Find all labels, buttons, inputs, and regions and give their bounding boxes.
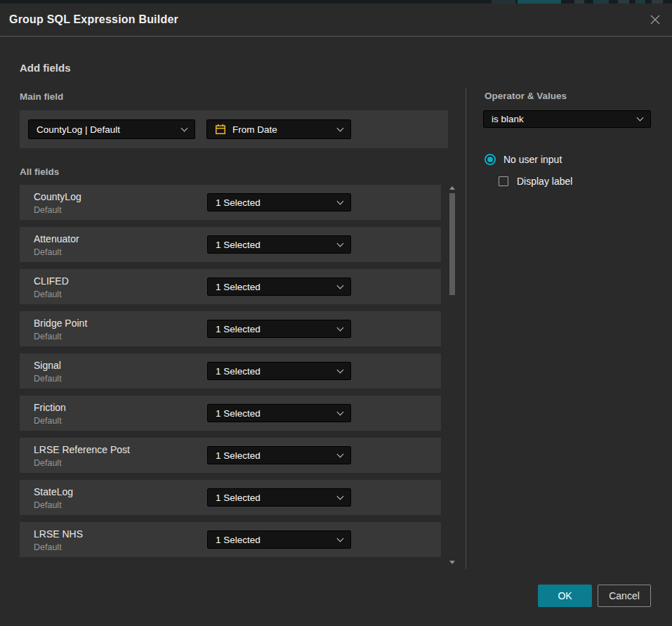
main-field-field-dropdown[interactable]: From Date — [206, 119, 351, 139]
field-name: CLIFED — [34, 275, 69, 287]
chevron-down-icon — [337, 535, 344, 542]
field-list-item-friction[interactable]: Friction Default 1 Selected — [20, 396, 441, 431]
field-name: Signal — [34, 360, 61, 371]
selected-count-label: 1 Selected — [216, 240, 261, 250]
field-subtitle: Default — [34, 332, 62, 341]
field-selected-dropdown[interactable]: 1 Selected — [207, 530, 351, 549]
field-list-item-clifed[interactable]: CLIFED Default 1 Selected — [20, 269, 441, 304]
field-list-item-lrse-nhs[interactable]: LRSE NHS Default 1 Selected — [20, 522, 441, 557]
chevron-down-icon — [181, 124, 188, 131]
checkbox-unchecked-icon — [499, 176, 508, 186]
field-subtitle: Default — [34, 247, 62, 257]
field-list-item-statelog[interactable]: StateLog Default 1 Selected — [20, 480, 441, 515]
field-selected-dropdown[interactable]: 1 Selected — [207, 278, 351, 296]
field-name: Attenuator — [34, 233, 79, 244]
dialog-header: Group SQL Expression Builder — [0, 4, 672, 37]
field-subtitle: Default — [34, 542, 62, 552]
chevron-down-icon — [337, 450, 344, 457]
selected-count-label: 1 Selected — [216, 366, 261, 377]
field-list-item-attenuator[interactable]: Attenuator Default 1 Selected — [20, 227, 441, 262]
dialog-title: Group SQL Expression Builder — [0, 13, 178, 26]
chevron-down-icon — [337, 493, 344, 500]
x-icon — [650, 14, 661, 25]
selected-count-label: 1 Selected — [216, 324, 261, 334]
field-selected-dropdown[interactable]: 1 Selected — [207, 362, 351, 380]
chevron-down-icon — [637, 115, 644, 122]
scrollbar-thumb[interactable] — [449, 193, 455, 295]
scroll-down-icon[interactable] — [449, 561, 455, 564]
operator-values-label: Operator & Values — [485, 91, 567, 101]
field-subtitle: Default — [34, 458, 62, 468]
list-scrollbar[interactable] — [449, 185, 456, 566]
field-name: LRSE Reference Post — [34, 444, 130, 455]
source-dropdown-value: CountyLog | Default — [37, 124, 120, 135]
chevron-down-icon — [337, 282, 344, 289]
chevron-down-icon — [337, 124, 344, 131]
field-list-item-countylog[interactable]: CountyLog Default 1 Selected — [20, 185, 441, 220]
field-subtitle: Default — [34, 205, 62, 215]
field-list-item-lrse-reference-post[interactable]: LRSE Reference Post Default 1 Selected — [20, 438, 441, 473]
field-name: LRSE NHS — [34, 528, 83, 540]
field-selected-dropdown[interactable]: 1 Selected — [207, 320, 351, 338]
main-field-source-dropdown[interactable]: CountyLog | Default — [28, 119, 195, 139]
no-user-input-radio[interactable]: No user input — [485, 154, 562, 165]
field-selected-dropdown[interactable]: 1 Selected — [207, 235, 351, 254]
selected-count-label: 1 Selected — [216, 493, 261, 503]
main-field-label: Main field — [20, 91, 63, 102]
panel-divider — [466, 88, 466, 569]
selected-count-label: 1 Selected — [216, 408, 261, 419]
chevron-down-icon — [337, 408, 344, 415]
display-label-checkbox[interactable]: Display label — [499, 176, 572, 187]
all-fields-label: All fields — [20, 167, 59, 177]
field-subtitle: Default — [34, 289, 62, 299]
selected-count-label: 1 Selected — [216, 197, 261, 208]
field-name: Bridge Point — [34, 318, 87, 329]
operator-dropdown[interactable]: is blank — [483, 110, 651, 128]
selected-count-label: 1 Selected — [216, 282, 261, 292]
field-subtitle: Default — [34, 374, 62, 384]
selected-count-label: 1 Selected — [216, 535, 261, 545]
all-fields-list: CountyLog Default 1 Selected Attenuator … — [20, 185, 441, 557]
chevron-down-icon — [337, 366, 344, 373]
field-selected-dropdown[interactable]: 1 Selected — [207, 404, 351, 422]
close-button[interactable] — [647, 11, 664, 28]
display-label-text: Display label — [517, 176, 572, 187]
selected-count-label: 1 Selected — [216, 450, 261, 461]
radio-selected-icon — [485, 154, 496, 165]
cancel-button[interactable]: Cancel — [598, 585, 651, 607]
field-list-item-signal[interactable]: Signal Default 1 Selected — [20, 353, 441, 389]
no-user-input-label: No user input — [503, 154, 562, 165]
ok-button[interactable]: OK — [538, 585, 592, 607]
calendar-date-icon — [215, 124, 226, 135]
field-selected-dropdown[interactable]: 1 Selected — [207, 446, 351, 464]
chevron-down-icon — [337, 197, 344, 204]
add-fields-heading: Add fields — [20, 62, 71, 74]
field-selected-dropdown[interactable]: 1 Selected — [207, 488, 351, 507]
field-subtitle: Default — [34, 416, 62, 426]
field-dropdown-value: From Date — [232, 124, 277, 135]
scroll-up-icon[interactable] — [449, 186, 455, 190]
field-selected-dropdown[interactable]: 1 Selected — [207, 193, 351, 211]
operator-dropdown-value: is blank — [492, 114, 524, 124]
field-name: CountyLog — [34, 191, 81, 202]
field-name: StateLog — [34, 486, 73, 497]
field-list-item-bridge-point[interactable]: Bridge Point Default 1 Selected — [20, 311, 441, 346]
chevron-down-icon — [337, 240, 344, 247]
field-name: Friction — [34, 402, 66, 413]
chevron-down-icon — [337, 324, 344, 331]
field-subtitle: Default — [34, 500, 62, 510]
